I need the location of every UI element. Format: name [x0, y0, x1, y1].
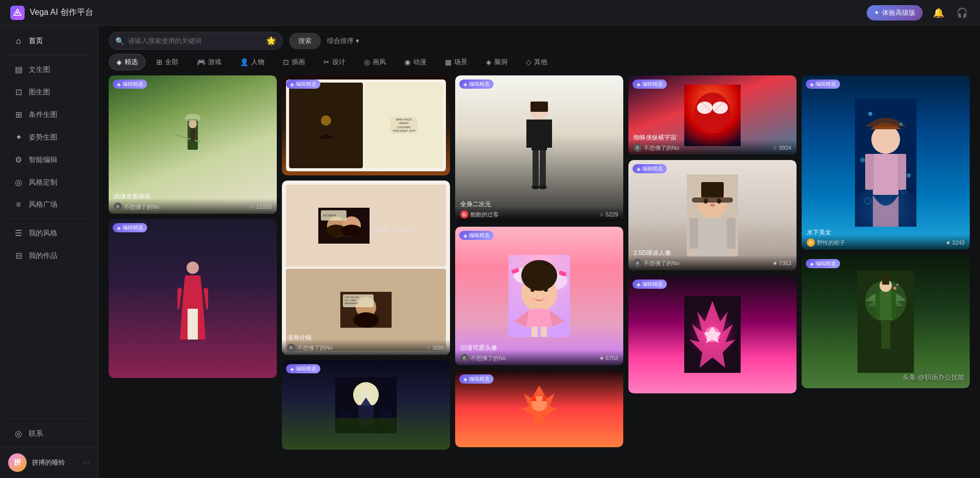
filter-tab-all[interactable]: ⊞ 全部 [149, 54, 186, 70]
star-icon: ★ [599, 355, 604, 362]
card-stars: ★ 6753 [599, 355, 618, 362]
notification-button[interactable]: 🔔 [931, 5, 946, 21]
card-2d5-portrait[interactable]: ◈ 编辑精选 2.5D厚涂人像 不 不想佛了的No [628, 160, 797, 270]
filter-tab-scene[interactable]: ▦ 场景 [437, 54, 475, 70]
card-underwater[interactable]: ◈ 编辑精选 水下美女 野 野性的柜子 ★ [802, 75, 970, 250]
svg-point-14 [341, 225, 362, 237]
editor-badge-icon: ◈ [463, 376, 467, 382]
card-anime-full[interactable]: ◈ 编辑精选 全身二次元 酷 酷酷的过客 ☆ [455, 75, 623, 222]
author-avatar: 不 [634, 144, 642, 152]
card-stars: ☆ 5229 [599, 211, 618, 218]
svg-point-60 [712, 102, 728, 114]
sidebar-item-contact[interactable]: ◎ 联系 [3, 423, 95, 445]
sidebar-item-my-work[interactable]: ⊟ 我的作品 [3, 245, 95, 267]
card-fox[interactable]: ◈ 编辑精选 [455, 370, 623, 447]
card-title: 全身二次元 [460, 200, 618, 209]
filter-tab-illustration[interactable]: ⊡ 插画 [275, 54, 313, 70]
editor-badge-icon: ◈ [290, 366, 294, 372]
upgrade-button[interactable]: ✦ 体验高级版 [867, 5, 923, 21]
editor-badge-icon: ◈ [810, 82, 814, 87]
footer-more-button[interactable]: ··· [83, 458, 90, 467]
avatar: 拼 [8, 453, 27, 472]
card-pink-crystal[interactable]: ◈ 编辑精选 [628, 275, 797, 393]
card-stars: ☆ 3080 [426, 345, 445, 351]
svg-point-39 [539, 185, 547, 189]
sidebar-item-smart-edit[interactable]: ⚙ 智能编辑 [3, 149, 95, 171]
svg-point-102 [884, 349, 891, 353]
editor-badge: ◈ 编辑精选 [459, 231, 494, 240]
logo-icon [10, 6, 25, 20]
search-icon: 🔍 [115, 37, 124, 45]
card-meta: 不 不想佛了的No ☆ 3924 [634, 144, 791, 152]
editor-badge: ◈ 编辑精选 [113, 223, 147, 232]
search-input[interactable] [128, 37, 262, 45]
card-chinese-painting[interactable]: ◈ 编辑精选 头条 @职场办公技能 [802, 255, 970, 388]
star-count: 6753 [606, 355, 618, 361]
chevron-down-icon: ▾ [356, 37, 359, 45]
filter-tab-people[interactable]: 👤 人物 [232, 54, 272, 70]
sort-button[interactable]: 综合排序 ▾ [327, 36, 359, 46]
card-wuxia[interactable]: ◈ 编辑精选 武侠水墨插画 不 不想佛了的No ☆ [109, 75, 277, 214]
filter-tab-anime[interactable]: ◉ 动漫 [397, 54, 434, 70]
editor-badge-label: 编辑精选 [469, 81, 489, 88]
search-button[interactable]: 搜索 [289, 33, 321, 49]
sidebar-item-img2img[interactable]: ⊡ 图生图 [3, 81, 95, 103]
editor-badge-label: 编辑精选 [815, 81, 836, 88]
card-cute-avatar[interactable]: ◈ 编辑精选 旧漫可爱头像 不 不想佛了的No ★ [455, 227, 623, 365]
card-meta: 不 不想佛了的No ☆ 11033 [114, 203, 272, 211]
card-overlay: 漫画分镜 不 不想佛了的No ☆ 3080 [282, 329, 450, 355]
emoji-button[interactable]: 🌟 [266, 36, 276, 46]
filter-tab-other[interactable]: ◇ 其他 [518, 54, 555, 70]
sidebar-item-my-style[interactable]: ☰ 我的风格 [3, 222, 95, 244]
svg-rect-99 [881, 320, 886, 351]
author-avatar: 酷 [460, 210, 468, 218]
card-overlay: 2.5D厚涂人像 不 不想佛了的No ★ 7353 [628, 245, 797, 270]
svg-rect-72 [689, 218, 698, 249]
svg-rect-83 [865, 154, 874, 190]
search-input-wrap: 🔍 🌟 [109, 32, 283, 50]
sidebar-item-home[interactable]: ⌂ 首页 [3, 30, 95, 52]
card-overlay: 武侠水墨插画 不 不想佛了的No ☆ 11033 [109, 188, 277, 214]
game-icon: 🎮 [197, 58, 206, 66]
card-stars: ☆ 11033 [249, 204, 272, 210]
card-manga-top[interactable]: MAN HACKINKEDCAGAWOYON DAEF SS?! ◈ 编辑精选 [282, 75, 450, 175]
filter-tab-design[interactable]: ✂ 设计 [316, 54, 353, 70]
author-avatar: 不 [634, 259, 642, 267]
svg-text:BIG BRAIN: BIG BRAIN [323, 214, 337, 217]
editor-badge-icon: ◈ [290, 82, 294, 87]
svg-rect-32 [530, 102, 548, 112]
sidebar-item-text2img[interactable]: ▤ 文生图 [3, 58, 95, 81]
brain-icon: ◈ [486, 58, 492, 66]
sidebar-item-style-plaza[interactable]: ≡ 风格广场 [3, 194, 95, 215]
author-avatar: 不 [114, 203, 122, 211]
headset-button[interactable]: 🎧 [954, 5, 970, 21]
svg-point-81 [871, 125, 900, 154]
filter-tab-game[interactable]: 🎮 游戏 [189, 54, 229, 70]
filter-tab-label: 场景 [454, 57, 467, 67]
pose-icon: ✦ [13, 132, 24, 142]
sidebar-item-pose[interactable]: ✦ 姿势生图 [3, 126, 95, 148]
filter-tab-art-style[interactable]: ◎ 画风 [356, 54, 394, 70]
svg-text:OLE, YOANI: OLE, YOANI [344, 299, 356, 302]
card-moonlight[interactable]: ◈ 编辑精选 [282, 360, 450, 450]
card-manga-mirror[interactable]: BIG BRAINHOW CAN I YON Y [282, 181, 450, 355]
filter-tab-featured[interactable]: ◈ 精选 [109, 54, 146, 70]
card-title: 水下美女 [807, 228, 965, 237]
header-title: Vega AI 创作平台 [30, 7, 93, 18]
filter-tab-brain[interactable]: ◈ 脑洞 [478, 54, 515, 70]
card-overlay: 全身二次元 酷 酷酷的过客 ☆ 5229 [455, 196, 623, 222]
other-icon: ◇ [526, 58, 532, 66]
home-icon: ⌂ [13, 36, 24, 46]
sidebar-item-style-custom[interactable]: ◎ 风格定制 [3, 171, 95, 193]
svg-point-103 [893, 287, 896, 290]
editor-badge-icon: ◈ [810, 261, 814, 267]
editor-badge-icon: ◈ [637, 282, 641, 287]
header-right: ✦ 体验高级版 🔔 🎧 [867, 5, 970, 21]
img2img-icon: ⊡ [13, 87, 24, 97]
card-spiderman[interactable]: ◈ 编辑精选 蜘蛛侠纵横宇宙 不 不想佛了的No ☆ [628, 75, 797, 155]
card-fashion[interactable]: ◈ 编辑精选 [109, 219, 277, 378]
svg-point-70 [710, 204, 715, 207]
svg-rect-30 [335, 418, 397, 433]
sidebar-item-condition[interactable]: ⊞ 条件生图 [3, 104, 95, 126]
editor-badge-label: 编辑精选 [122, 224, 143, 231]
